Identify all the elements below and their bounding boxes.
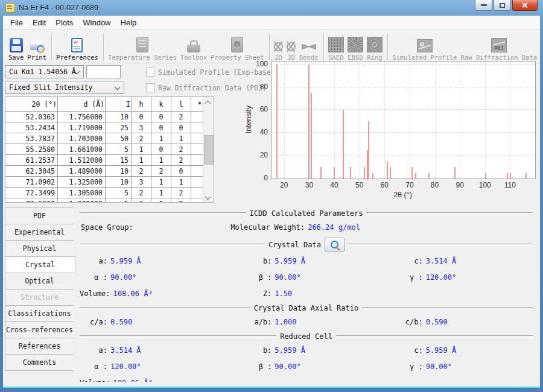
table-cell: 10	[106, 112, 132, 122]
minimize-button[interactable]	[475, 0, 492, 11]
table-row[interactable]: 62.30451.48900010220	[5, 166, 209, 177]
table-row[interactable]: 61.25371.51200015112	[5, 155, 209, 166]
intensity-select-value: Fixed Slit Intensity	[9, 83, 92, 92]
x-tick-label: 40	[324, 181, 345, 189]
scroll-down-icon[interactable]	[205, 195, 211, 200]
gridline-vertical	[485, 62, 486, 179]
field-label: β :	[230, 273, 272, 282]
table-row[interactable]: 72.34991.3050005212	[5, 188, 209, 198]
table-cell: 1.703000	[58, 133, 106, 144]
chart-stick	[510, 173, 511, 179]
detail-row: Space Group:Molecular Weight:266.24 g/mo…	[80, 219, 533, 235]
table-row[interactable]: 71.09021.32500010311	[5, 177, 209, 188]
field-value: 90.00°	[275, 273, 300, 282]
field-label: c/a:	[80, 318, 107, 326]
molecule-2d-icon	[274, 42, 283, 51]
menu-item-edit[interactable]: Edit	[28, 17, 51, 28]
table-row[interactable]: 53.24341.71900025300	[5, 122, 209, 133]
table-cell: 1	[151, 188, 171, 198]
menu-item-plots[interactable]: Plots	[51, 17, 78, 28]
sidebar-tab-cross-references[interactable]: Cross-references	[5, 321, 74, 338]
table-scrollbar[interactable]	[203, 97, 214, 202]
table-row[interactable]: 53.78371.70300050211	[5, 133, 209, 144]
table-cell: 2	[132, 133, 151, 144]
sidebar-tab-references[interactable]: References	[5, 338, 74, 355]
divider	[348, 244, 533, 246]
detail-cell: a:5.959 Å	[80, 257, 230, 265]
field-value: 120.00°	[426, 273, 457, 282]
section-title: Crystal Data	[265, 241, 325, 249]
table-cell: 52.0363	[5, 112, 58, 122]
detail-cell: c:3.514 Å	[382, 257, 533, 265]
sidebar-tab-optical[interactable]: Optical	[5, 273, 74, 289]
peak-table-header: I	[106, 97, 132, 112]
sidebar-tab-experimental[interactable]: Experimental	[5, 224, 74, 241]
toolbox-button: Toolbox	[179, 31, 209, 63]
print-button[interactable]: Print	[25, 31, 48, 63]
title-bar[interactable]: Na Er F4 - 00-027-0689	[0, 0, 543, 16]
chart-stick	[507, 173, 508, 179]
table-cell: 1.512000	[58, 155, 106, 166]
table-cell: 10	[106, 177, 132, 188]
table-cell: 1.325000	[58, 177, 106, 188]
chart-stick	[308, 65, 310, 179]
restore-button[interactable]	[494, 0, 511, 11]
detail-row: a:3.514 Åb:5.959 Åc:5.959 Å	[80, 342, 533, 358]
gridline-vertical	[510, 62, 510, 179]
divider	[80, 335, 276, 338]
table-row[interactable]: 77.63201.2290005302	[5, 198, 209, 203]
detail-row: α :120.00°β :90.00°γ :90.00°	[80, 358, 533, 375]
table-row[interactable]: 55.25801.6610005102	[5, 144, 209, 155]
table-cell: 0	[171, 122, 191, 133]
table-cell: 25	[106, 122, 132, 133]
divider	[366, 212, 533, 215]
wavelength-input[interactable]	[86, 65, 121, 78]
magnifier-button[interactable]	[325, 238, 345, 251]
field-value: 266.24 g/mol	[308, 223, 360, 232]
field-label: b:	[230, 257, 272, 265]
preferences-button[interactable]: Preferences	[54, 31, 100, 63]
checkbox-icon	[146, 68, 155, 77]
sidebar-tab-comments[interactable]: Comments	[5, 354, 74, 371]
table-cell: 2	[132, 188, 151, 198]
intensity-select[interactable]: Fixed Slit Intensity	[5, 81, 124, 94]
molecule-3d-icon	[287, 42, 296, 51]
toolbox-icon	[187, 45, 200, 52]
table-cell: 1	[132, 144, 151, 155]
table-cell: 1	[151, 177, 171, 188]
gridline-horizontal	[272, 64, 535, 65]
scroll-up-icon[interactable]	[205, 99, 211, 104]
table-cell: 62.3045	[5, 166, 58, 177]
wavelength-select[interactable]: Cu Kα1 1.54056 Å	[5, 65, 84, 78]
menu-item-help[interactable]: Help	[116, 17, 142, 28]
scroll-thumb[interactable]	[204, 135, 214, 165]
field-label: c/b:	[382, 318, 423, 326]
sidebar-tab-classifications[interactable]: Classifications	[5, 305, 74, 322]
chart-stick	[364, 167, 365, 179]
table-cell: 2	[171, 155, 191, 166]
table-row[interactable]: 52.03631.75600010002	[5, 112, 209, 122]
table-cell: 2	[171, 112, 191, 122]
field-value: 90.00°	[426, 362, 452, 371]
y-tick-label: 100	[244, 60, 268, 68]
table-cell: 1.305000	[58, 188, 106, 198]
detail-cell: α :120.00°	[80, 362, 230, 371]
sidebar-tab-physical[interactable]: Physical	[5, 240, 74, 257]
x-tick-label: 60	[374, 181, 395, 189]
x-tick-label: 90	[449, 181, 470, 189]
gridline-vertical	[384, 62, 385, 179]
menu-item-file[interactable]: File	[5, 17, 28, 28]
save-button[interactable]: Save	[7, 31, 25, 63]
detail-cell: β :90.00°	[230, 273, 381, 282]
close-button[interactable]	[512, 0, 538, 11]
document-icon	[136, 37, 148, 52]
sidebar-tab-pdf[interactable]: PDF	[5, 207, 74, 224]
field-value: 1.000	[275, 318, 296, 326]
x-tick-label: 30	[299, 181, 319, 189]
menu-item-window[interactable]: Window	[78, 17, 115, 28]
sidebar-tab-crystal[interactable]: Crystal	[5, 256, 75, 273]
field-label: γ :	[382, 273, 423, 282]
x-tick-label: 20	[274, 181, 294, 189]
y-tick-label: 60	[244, 105, 268, 113]
table-cell: 77.6320	[5, 198, 58, 203]
